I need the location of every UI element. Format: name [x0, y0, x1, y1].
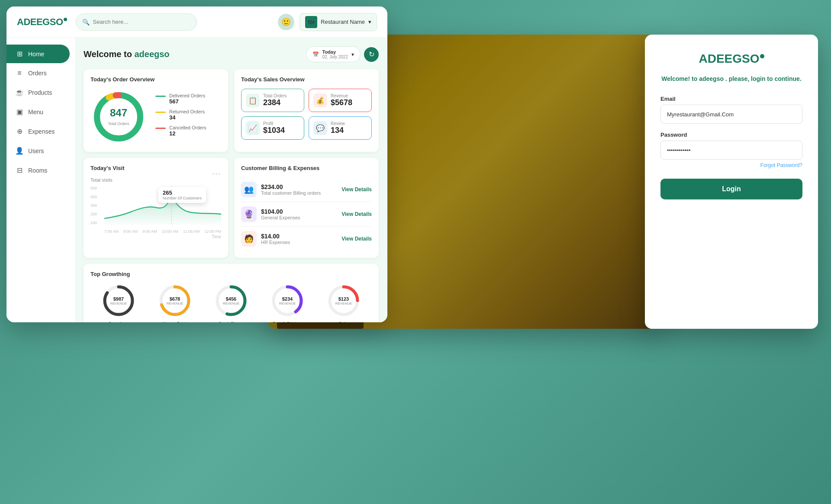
- circle-chart-0: $987 REVENUE: [101, 283, 136, 318]
- row2: Today's Visit Total visits ··· 265 Numbe…: [84, 158, 379, 258]
- restaurant-icon: 🍽: [305, 16, 317, 28]
- more-options-button[interactable]: ···: [212, 169, 221, 178]
- view-details-2[interactable]: View Details: [341, 236, 372, 242]
- sidebar-item-menu[interactable]: ▣ Menu: [6, 103, 75, 121]
- profit-icon-box: 📈: [246, 121, 260, 135]
- sidebar: ⊞ Home ≡ Orders ☕ Products ▣ Menu ⊕ Expe…: [6, 38, 75, 322]
- sales-profit: 📈 Profit $1034: [241, 116, 304, 140]
- email-label: Email: [660, 96, 802, 102]
- login-welcome: Welcome! to adeegso . please, login to c…: [660, 74, 802, 83]
- order-legend: Delivered Orders 567 Returned Orders 34: [155, 93, 221, 141]
- dashboard-window: ADEEGSO 🔍 🙂 🍽 Restaurant Name ▾ ⊞ Home ≡…: [6, 6, 387, 322]
- visit-header: Today's Visit Total visits ···: [90, 165, 221, 183]
- page-title: Welcome to adeegso: [84, 49, 170, 59]
- circle-chart-1: $678 REVENUE: [158, 283, 192, 318]
- growing-card: Top Growthing $987 REVENUE: [84, 264, 379, 322]
- sidebar-item-users[interactable]: 👤 Users: [6, 141, 75, 160]
- view-details-0[interactable]: View Details: [341, 186, 372, 193]
- login-window: ADEEGSO Welcome! to adeegso . please, lo…: [645, 35, 818, 329]
- chart-y-labels: 500400300200100: [90, 186, 103, 225]
- home-icon: ⊞: [15, 50, 24, 58]
- chart-x-labels: 7:00 AM8:00 AM9:00 AM10:00 AM11:00 AM12:…: [104, 229, 221, 234]
- donut-chart: 847 Total Orders: [90, 89, 147, 145]
- sidebar-item-orders[interactable]: ≡ Orders: [6, 64, 75, 82]
- revenue-icon-box: 💰: [313, 93, 327, 107]
- view-details-1[interactable]: View Details: [341, 211, 372, 217]
- header-right: 🙂 🍽 Restaurant Name ▾: [278, 13, 377, 31]
- circle-chart-3: $234 REVENUE: [270, 283, 305, 318]
- search-icon: 🔍: [82, 19, 90, 26]
- circle-chart-4: $123 REVENUE: [326, 283, 361, 318]
- main-area: ⊞ Home ≡ Orders ☕ Products ▣ Menu ⊕ Expe…: [6, 38, 387, 322]
- growing-item-2: $456 REVENUE Steak Dinner: [214, 283, 248, 322]
- password-label: Password: [660, 132, 802, 138]
- content-header: Welcome to adeegso 📅 Today 02, July 2022…: [84, 46, 379, 62]
- cancelled-color: [155, 128, 166, 129]
- email-input[interactable]: [660, 105, 802, 124]
- circle-chart-2: $456 REVENUE: [214, 283, 248, 318]
- donut-center: 847 Total Orders: [108, 107, 129, 127]
- sidebar-item-rooms[interactable]: ⊟ Rooms: [6, 161, 75, 180]
- billing-item-2: 🧑 $14.00 HR Expenses View Details: [241, 227, 372, 251]
- password-input[interactable]: [660, 141, 802, 160]
- chevron-down-icon: ▾: [351, 51, 354, 58]
- growing-item-1: $678 REVENUE Mango Drink: [158, 283, 192, 322]
- legend-returned: Returned Orders 34: [155, 109, 221, 121]
- row1: Today's Order Overview: [84, 69, 379, 152]
- billing-icon-1: 🔮: [241, 206, 257, 222]
- sales-overview-card: Today's Sales Overview 📋 Total Orders 23…: [234, 69, 379, 152]
- sidebar-item-products[interactable]: ☕ Products: [6, 83, 75, 102]
- delivered-color: [155, 96, 166, 97]
- expenses-icon: ⊕: [15, 127, 24, 135]
- legend-cancelled: Cancelled Orders 12: [155, 125, 221, 137]
- sidebar-item-expenses[interactable]: ⊕ Expenses: [6, 122, 75, 141]
- review-icon-box: 💬: [313, 121, 327, 135]
- orders-icon-box: 📋: [246, 93, 260, 107]
- sales-total-orders: 📋 Total Orders 2384: [241, 89, 304, 112]
- calendar-icon: 📅: [312, 51, 319, 58]
- billing-item-1: 🔮 $104.00 General Expenses View Details: [241, 202, 372, 227]
- sales-review: 💬 Review 134: [309, 116, 372, 140]
- order-overview-content: 847 Total Orders Delivered Orders 567: [90, 89, 221, 145]
- search-bar[interactable]: 🔍: [76, 13, 197, 31]
- billing-card: Customer Billing & Expenses 👥 $234.00 To…: [234, 158, 379, 258]
- app-logo: ADEEGSO: [17, 16, 67, 28]
- login-logo: ADEEGSO: [660, 52, 802, 66]
- login-button[interactable]: Login: [660, 179, 802, 199]
- billing-icon-2: 🧑: [241, 231, 257, 247]
- header: ADEEGSO 🔍 🙂 🍽 Restaurant Name ▾: [6, 6, 387, 38]
- refresh-button[interactable]: ↻: [364, 47, 379, 62]
- growing-item-4: $123 REVENUE Cake: [326, 283, 361, 322]
- growing-item-0: $987 REVENUE Somali tea: [101, 283, 136, 322]
- products-icon: ☕: [15, 88, 24, 96]
- chevron-down-icon: ▾: [368, 19, 371, 25]
- users-icon: 👤: [15, 147, 24, 155]
- time-label: Time: [90, 234, 221, 239]
- legend-delivered: Delivered Orders 567: [155, 93, 221, 105]
- restaurant-badge[interactable]: 🍽 Restaurant Name ▾: [300, 13, 377, 31]
- billing-icon-0: 👥: [241, 182, 257, 197]
- avatar[interactable]: 🙂: [278, 14, 294, 30]
- menu-icon: ▣: [15, 108, 24, 116]
- forgot-password-link[interactable]: Forgot Password?: [660, 162, 802, 168]
- orders-icon: ≡: [15, 69, 24, 77]
- rooms-icon: ⊟: [15, 166, 24, 174]
- login-form: ADEEGSO Welcome! to adeegso . please, lo…: [645, 35, 818, 329]
- billing-item-0: 👥 $234.00 Total customer Billing orders …: [241, 177, 372, 202]
- date-picker[interactable]: 📅 Today 02, July 2022 ▾: [306, 46, 361, 62]
- order-overview-card: Today's Order Overview: [84, 69, 228, 152]
- visit-card: Today's Visit Total visits ··· 265 Numbe…: [84, 158, 228, 258]
- growing-items: $987 REVENUE Somali tea: [90, 283, 372, 322]
- returned-color: [155, 112, 166, 113]
- search-input[interactable]: [93, 19, 190, 25]
- sales-revenue: 💰 Revenue $5678: [309, 89, 372, 112]
- main-content: Welcome to adeegso 📅 Today 02, July 2022…: [75, 38, 387, 322]
- growing-item-3: $234 REVENUE Rice & Chicken: [270, 283, 305, 322]
- sidebar-item-home[interactable]: ⊞ Home: [6, 45, 70, 63]
- chart-tooltip: 265 Number Of Customers: [158, 187, 206, 203]
- visit-chart: 265 Number Of Customers 500400300200100: [90, 186, 221, 234]
- sales-grid: 📋 Total Orders 2384 💰 Revenue $5678: [241, 89, 372, 140]
